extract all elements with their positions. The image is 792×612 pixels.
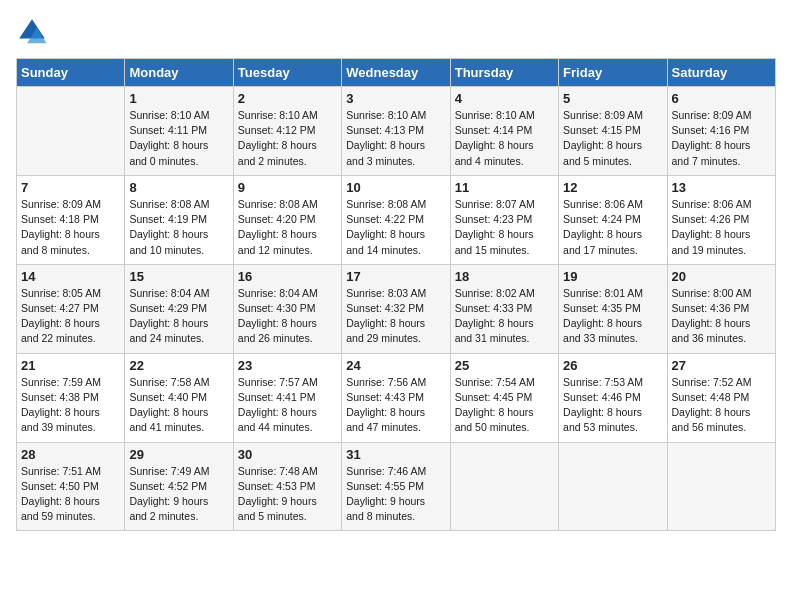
calendar-cell: 13Sunrise: 8:06 AM Sunset: 4:26 PM Dayli… xyxy=(667,175,775,264)
day-number: 4 xyxy=(455,91,554,106)
calendar-cell: 27Sunrise: 7:52 AM Sunset: 4:48 PM Dayli… xyxy=(667,353,775,442)
day-number: 10 xyxy=(346,180,445,195)
page-header xyxy=(16,16,776,48)
day-number: 1 xyxy=(129,91,228,106)
day-number: 24 xyxy=(346,358,445,373)
col-header-saturday: Saturday xyxy=(667,59,775,87)
calendar-cell: 21Sunrise: 7:59 AM Sunset: 4:38 PM Dayli… xyxy=(17,353,125,442)
calendar-body: 1Sunrise: 8:10 AM Sunset: 4:11 PM Daylig… xyxy=(17,87,776,531)
calendar-cell xyxy=(450,442,558,531)
day-number: 22 xyxy=(129,358,228,373)
calendar-cell: 6Sunrise: 8:09 AM Sunset: 4:16 PM Daylig… xyxy=(667,87,775,176)
calendar-cell: 25Sunrise: 7:54 AM Sunset: 4:45 PM Dayli… xyxy=(450,353,558,442)
calendar-cell: 8Sunrise: 8:08 AM Sunset: 4:19 PM Daylig… xyxy=(125,175,233,264)
calendar-cell: 31Sunrise: 7:46 AM Sunset: 4:55 PM Dayli… xyxy=(342,442,450,531)
day-number: 11 xyxy=(455,180,554,195)
calendar-cell: 3Sunrise: 8:10 AM Sunset: 4:13 PM Daylig… xyxy=(342,87,450,176)
calendar-cell: 7Sunrise: 8:09 AM Sunset: 4:18 PM Daylig… xyxy=(17,175,125,264)
col-header-thursday: Thursday xyxy=(450,59,558,87)
calendar-cell: 4Sunrise: 8:10 AM Sunset: 4:14 PM Daylig… xyxy=(450,87,558,176)
day-number: 21 xyxy=(21,358,120,373)
cell-info: Sunrise: 7:58 AM Sunset: 4:40 PM Dayligh… xyxy=(129,375,228,436)
day-number: 3 xyxy=(346,91,445,106)
calendar-cell: 11Sunrise: 8:07 AM Sunset: 4:23 PM Dayli… xyxy=(450,175,558,264)
day-number: 25 xyxy=(455,358,554,373)
day-number: 30 xyxy=(238,447,337,462)
day-number: 8 xyxy=(129,180,228,195)
day-number: 5 xyxy=(563,91,662,106)
calendar-cell: 23Sunrise: 7:57 AM Sunset: 4:41 PM Dayli… xyxy=(233,353,341,442)
cell-info: Sunrise: 7:49 AM Sunset: 4:52 PM Dayligh… xyxy=(129,464,228,525)
calendar-cell xyxy=(17,87,125,176)
logo xyxy=(16,16,52,48)
calendar-cell: 1Sunrise: 8:10 AM Sunset: 4:11 PM Daylig… xyxy=(125,87,233,176)
cell-info: Sunrise: 7:48 AM Sunset: 4:53 PM Dayligh… xyxy=(238,464,337,525)
day-number: 7 xyxy=(21,180,120,195)
calendar-cell: 12Sunrise: 8:06 AM Sunset: 4:24 PM Dayli… xyxy=(559,175,667,264)
calendar-week-row: 1Sunrise: 8:10 AM Sunset: 4:11 PM Daylig… xyxy=(17,87,776,176)
calendar-cell xyxy=(667,442,775,531)
cell-info: Sunrise: 7:46 AM Sunset: 4:55 PM Dayligh… xyxy=(346,464,445,525)
cell-info: Sunrise: 8:02 AM Sunset: 4:33 PM Dayligh… xyxy=(455,286,554,347)
cell-info: Sunrise: 8:08 AM Sunset: 4:19 PM Dayligh… xyxy=(129,197,228,258)
cell-info: Sunrise: 8:08 AM Sunset: 4:20 PM Dayligh… xyxy=(238,197,337,258)
cell-info: Sunrise: 8:08 AM Sunset: 4:22 PM Dayligh… xyxy=(346,197,445,258)
calendar-cell: 24Sunrise: 7:56 AM Sunset: 4:43 PM Dayli… xyxy=(342,353,450,442)
cell-info: Sunrise: 8:00 AM Sunset: 4:36 PM Dayligh… xyxy=(672,286,771,347)
cell-info: Sunrise: 7:51 AM Sunset: 4:50 PM Dayligh… xyxy=(21,464,120,525)
day-number: 12 xyxy=(563,180,662,195)
calendar-cell: 28Sunrise: 7:51 AM Sunset: 4:50 PM Dayli… xyxy=(17,442,125,531)
day-number: 6 xyxy=(672,91,771,106)
day-number: 28 xyxy=(21,447,120,462)
day-number: 14 xyxy=(21,269,120,284)
cell-info: Sunrise: 8:09 AM Sunset: 4:15 PM Dayligh… xyxy=(563,108,662,169)
calendar-cell: 5Sunrise: 8:09 AM Sunset: 4:15 PM Daylig… xyxy=(559,87,667,176)
calendar-cell: 30Sunrise: 7:48 AM Sunset: 4:53 PM Dayli… xyxy=(233,442,341,531)
day-number: 19 xyxy=(563,269,662,284)
cell-info: Sunrise: 8:04 AM Sunset: 4:30 PM Dayligh… xyxy=(238,286,337,347)
calendar-cell: 20Sunrise: 8:00 AM Sunset: 4:36 PM Dayli… xyxy=(667,264,775,353)
calendar-cell: 18Sunrise: 8:02 AM Sunset: 4:33 PM Dayli… xyxy=(450,264,558,353)
calendar-cell: 14Sunrise: 8:05 AM Sunset: 4:27 PM Dayli… xyxy=(17,264,125,353)
calendar-week-row: 7Sunrise: 8:09 AM Sunset: 4:18 PM Daylig… xyxy=(17,175,776,264)
logo-icon xyxy=(16,16,48,48)
col-header-sunday: Sunday xyxy=(17,59,125,87)
calendar-week-row: 14Sunrise: 8:05 AM Sunset: 4:27 PM Dayli… xyxy=(17,264,776,353)
calendar-cell: 17Sunrise: 8:03 AM Sunset: 4:32 PM Dayli… xyxy=(342,264,450,353)
cell-info: Sunrise: 8:10 AM Sunset: 4:13 PM Dayligh… xyxy=(346,108,445,169)
day-number: 2 xyxy=(238,91,337,106)
cell-info: Sunrise: 7:52 AM Sunset: 4:48 PM Dayligh… xyxy=(672,375,771,436)
page-container: SundayMondayTuesdayWednesdayThursdayFrid… xyxy=(0,0,792,541)
calendar-week-row: 28Sunrise: 7:51 AM Sunset: 4:50 PM Dayli… xyxy=(17,442,776,531)
calendar-header-row: SundayMondayTuesdayWednesdayThursdayFrid… xyxy=(17,59,776,87)
cell-info: Sunrise: 8:10 AM Sunset: 4:14 PM Dayligh… xyxy=(455,108,554,169)
day-number: 9 xyxy=(238,180,337,195)
col-header-friday: Friday xyxy=(559,59,667,87)
calendar-week-row: 21Sunrise: 7:59 AM Sunset: 4:38 PM Dayli… xyxy=(17,353,776,442)
cell-info: Sunrise: 8:06 AM Sunset: 4:24 PM Dayligh… xyxy=(563,197,662,258)
calendar-cell: 22Sunrise: 7:58 AM Sunset: 4:40 PM Dayli… xyxy=(125,353,233,442)
col-header-tuesday: Tuesday xyxy=(233,59,341,87)
cell-info: Sunrise: 8:10 AM Sunset: 4:12 PM Dayligh… xyxy=(238,108,337,169)
day-number: 18 xyxy=(455,269,554,284)
calendar-cell: 29Sunrise: 7:49 AM Sunset: 4:52 PM Dayli… xyxy=(125,442,233,531)
day-number: 26 xyxy=(563,358,662,373)
day-number: 31 xyxy=(346,447,445,462)
cell-info: Sunrise: 7:59 AM Sunset: 4:38 PM Dayligh… xyxy=(21,375,120,436)
day-number: 16 xyxy=(238,269,337,284)
day-number: 23 xyxy=(238,358,337,373)
day-number: 15 xyxy=(129,269,228,284)
calendar-cell: 2Sunrise: 8:10 AM Sunset: 4:12 PM Daylig… xyxy=(233,87,341,176)
col-header-wednesday: Wednesday xyxy=(342,59,450,87)
calendar-cell: 19Sunrise: 8:01 AM Sunset: 4:35 PM Dayli… xyxy=(559,264,667,353)
calendar-cell: 10Sunrise: 8:08 AM Sunset: 4:22 PM Dayli… xyxy=(342,175,450,264)
calendar-cell: 16Sunrise: 8:04 AM Sunset: 4:30 PM Dayli… xyxy=(233,264,341,353)
day-number: 20 xyxy=(672,269,771,284)
calendar-cell: 15Sunrise: 8:04 AM Sunset: 4:29 PM Dayli… xyxy=(125,264,233,353)
calendar-cell xyxy=(559,442,667,531)
cell-info: Sunrise: 8:04 AM Sunset: 4:29 PM Dayligh… xyxy=(129,286,228,347)
col-header-monday: Monday xyxy=(125,59,233,87)
cell-info: Sunrise: 8:06 AM Sunset: 4:26 PM Dayligh… xyxy=(672,197,771,258)
calendar-cell: 26Sunrise: 7:53 AM Sunset: 4:46 PM Dayli… xyxy=(559,353,667,442)
day-number: 29 xyxy=(129,447,228,462)
